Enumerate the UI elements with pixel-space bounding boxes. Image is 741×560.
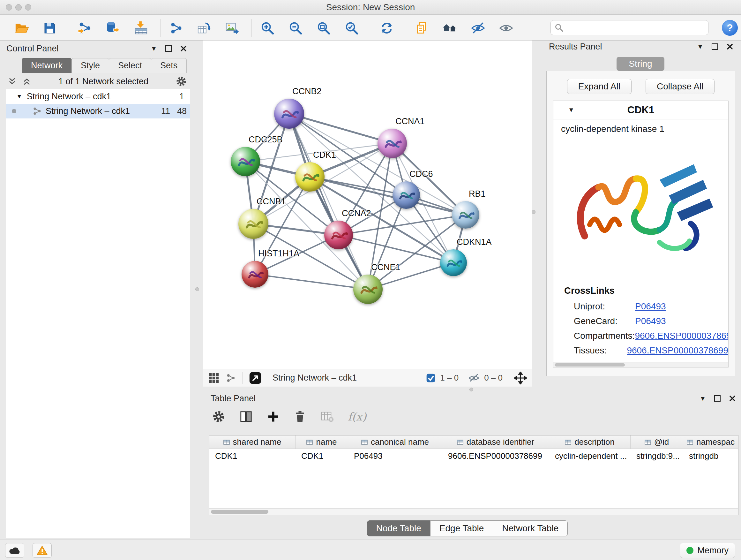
save-session-icon[interactable] [41, 19, 59, 37]
delete-column-icon[interactable] [293, 410, 307, 423]
network-overview-icon[interactable] [226, 373, 236, 383]
cloud-button[interactable] [5, 543, 24, 558]
panel-close-icon[interactable] [180, 45, 187, 52]
open-session-icon[interactable] [13, 19, 30, 37]
column-header--id[interactable]: @id [630, 435, 683, 449]
column-header-shared-name[interactable]: shared name [209, 435, 295, 449]
results-scrollbar[interactable] [553, 362, 728, 367]
expand-all-button[interactable]: Expand All [567, 79, 631, 94]
memory-button[interactable]: Memory [680, 543, 735, 558]
panel-float-icon[interactable] [712, 44, 718, 50]
show-columns-icon[interactable] [239, 410, 253, 423]
column-header-canonical-name[interactable]: canonical name [348, 435, 442, 449]
collapse-all-button[interactable]: Collapse All [646, 79, 715, 94]
add-column-icon[interactable] [267, 410, 280, 423]
minimize-window-button[interactable] [15, 4, 22, 10]
column-header-database-identifier[interactable]: database identifier [442, 435, 549, 449]
tab-sets[interactable]: Sets [151, 58, 187, 73]
show-all-icon[interactable] [497, 19, 515, 37]
network-node-CCNE1[interactable] [353, 274, 383, 304]
tab-network[interactable]: Network [22, 58, 72, 73]
import-network-from-file-icon[interactable] [76, 19, 94, 37]
panel-close-icon[interactable] [729, 395, 736, 402]
collection-caret-icon[interactable]: ▼ [16, 93, 22, 100]
import-network-from-database-icon[interactable] [104, 19, 122, 37]
zoom-window-button[interactable] [25, 4, 31, 10]
table-cell[interactable]: P06493 [348, 451, 442, 461]
panel-menu-icon[interactable]: ▼ [699, 395, 706, 402]
selected-checkbox-icon[interactable] [426, 373, 435, 383]
hidden-eye-icon[interactable] [468, 373, 480, 383]
network-node-CCNA2[interactable] [324, 221, 353, 249]
pan-tool-icon[interactable] [514, 372, 527, 384]
panel-menu-icon[interactable]: ▼ [697, 43, 703, 51]
close-window-button[interactable] [6, 4, 12, 10]
table-settings-gear-icon[interactable] [212, 410, 225, 423]
crosslink-value-link[interactable]: P06493 [635, 301, 666, 312]
new-network-table-icon[interactable] [195, 19, 213, 37]
crosslink-value-link[interactable]: P06493 [635, 316, 666, 326]
tab-node-table[interactable]: Node Table [367, 520, 430, 537]
network-canvas[interactable]: CCNB2CCNA1CDC25BCDK1CDC6RB1CCNB1CCNA2CDK… [203, 41, 532, 369]
expand-tree-icon[interactable] [8, 77, 17, 86]
table-cell[interactable]: stringdb [683, 451, 738, 461]
group-nodes-icon[interactable] [441, 19, 459, 37]
tree-row-collection[interactable]: ▼ String Network – cdk1 1 [6, 89, 190, 104]
tab-select[interactable]: Select [109, 58, 151, 73]
hide-selected-icon[interactable] [469, 19, 487, 37]
table-cell[interactable]: stringdb:9... [630, 451, 683, 461]
grid-view-icon[interactable] [208, 373, 219, 383]
network-node-CDC6[interactable] [393, 181, 420, 209]
column-header-description[interactable]: description [549, 435, 630, 449]
vertical-splitter-handle[interactable] [195, 287, 199, 291]
section-caret-icon[interactable]: ▼ [568, 106, 575, 114]
tab-style[interactable]: Style [71, 58, 109, 73]
toolbar-search[interactable] [550, 20, 709, 35]
tab-string[interactable]: String [616, 57, 664, 71]
network-node-HIST1H1A[interactable] [242, 261, 268, 288]
panel-close-icon[interactable] [726, 43, 733, 50]
network-node-CDK1[interactable] [295, 162, 325, 192]
table-row[interactable]: CDK1CDK1P064939606.ENSP00000378699cyclin… [209, 449, 738, 463]
protein-section-header[interactable]: ▼ CDK1 [553, 101, 728, 119]
network-node-CCNB2[interactable] [274, 99, 304, 129]
zoom-fit-icon[interactable] [315, 19, 333, 37]
zoom-in-icon[interactable] [259, 19, 276, 37]
column-header-namespac[interactable]: namespac [683, 435, 738, 449]
column-header-name[interactable]: name [295, 435, 348, 449]
panel-menu-icon[interactable]: ▼ [151, 45, 157, 52]
table-scrollbar-thumb[interactable] [211, 510, 268, 514]
horizontal-splitter-handle[interactable] [469, 388, 473, 391]
table-cell[interactable]: CDK1 [295, 451, 348, 461]
new-network-icon[interactable] [167, 19, 185, 37]
table-cell[interactable]: CDK1 [209, 451, 295, 461]
copy-documents-icon[interactable] [413, 19, 431, 37]
network-view[interactable]: CCNB2CCNA1CDC25BCDK1CDC6RB1CCNB1CCNA2CDK… [203, 40, 532, 387]
search-input[interactable] [563, 23, 708, 33]
apply-layout-icon[interactable] [378, 19, 396, 37]
crosslink-value-link[interactable]: 9606.ENSP00000378699 [635, 331, 729, 341]
gear-icon[interactable] [176, 76, 187, 87]
network-edge-CCNB2-CCNA1[interactable] [289, 114, 392, 143]
help-button[interactable]: ? [722, 20, 738, 36]
panel-float-icon[interactable] [165, 45, 172, 52]
network-node-RB1[interactable] [452, 201, 479, 229]
birdseye-icon[interactable] [249, 372, 262, 384]
network-node-CCNB1[interactable] [239, 209, 268, 239]
warning-button[interactable] [32, 543, 52, 558]
import-table-from-file-icon[interactable] [132, 19, 150, 37]
vertical-splitter-handle[interactable] [532, 210, 536, 214]
zoom-out-icon[interactable] [286, 19, 305, 37]
results-scrollbar-thumb[interactable] [555, 363, 625, 367]
tree-row-network[interactable]: String Network – cdk1 11 48 [6, 104, 190, 118]
table-cell[interactable]: cyclin-dependent ... [549, 451, 630, 461]
network-node-CCNA1[interactable] [378, 129, 407, 158]
panel-float-icon[interactable] [714, 395, 721, 401]
table-cell[interactable]: 9606.ENSP00000378699 [442, 451, 549, 461]
table-scrollbar[interactable] [209, 508, 738, 515]
tab-edge-table[interactable]: Edge Table [430, 520, 493, 537]
network-node-CDC25B[interactable] [231, 147, 260, 176]
tab-network-table[interactable]: Network Table [493, 520, 568, 537]
network-edge-CCNB2-CCNE1[interactable] [289, 114, 368, 289]
export-image-icon[interactable] [223, 19, 241, 37]
